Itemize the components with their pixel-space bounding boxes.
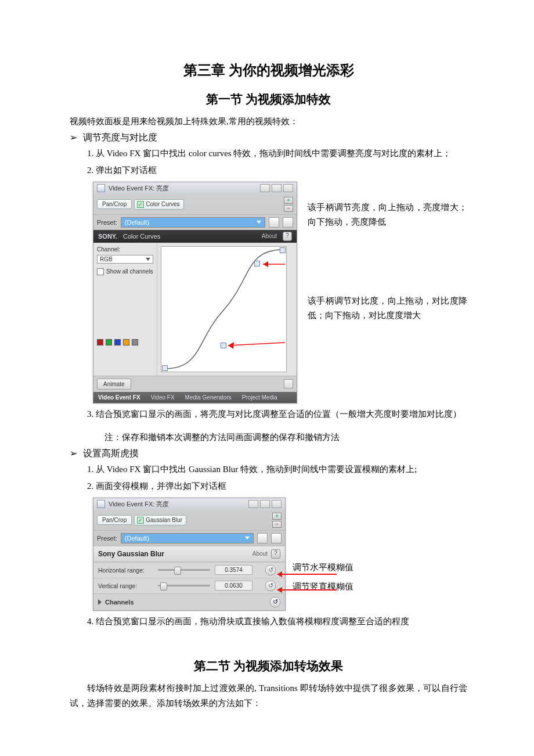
close-button[interactable] xyxy=(283,184,293,192)
preset-delete-button[interactable] xyxy=(283,217,293,228)
animate-button[interactable]: Animate xyxy=(97,379,131,390)
step-a3: 3. 结合预览窗口显示的画面，将亮度与对比度调整至合适的位置（一般增大亮度时要增… xyxy=(70,407,467,422)
chain-remove-button[interactable]: − xyxy=(284,205,293,212)
step-b4: 4. 结合预览窗口显示的画面，拖动滑块或直接输入数值将模糊程度调整至合适的程度 xyxy=(70,614,467,629)
fx-title: Sony Gaussian Blur xyxy=(98,550,164,558)
maximize-button[interactable] xyxy=(260,500,270,508)
window-icon xyxy=(97,500,105,508)
bullet-icon: ➢ xyxy=(70,132,77,144)
arrow-icon xyxy=(282,574,337,575)
swatch-blue[interactable] xyxy=(114,339,121,345)
chain-add-button[interactable]: + xyxy=(272,513,282,520)
vertical-range-row: Vertical range: 0.0630 ↺ xyxy=(93,578,285,593)
swatch-red[interactable] xyxy=(97,339,103,345)
curve-handle-end[interactable] xyxy=(280,247,286,253)
channels-reset-button[interactable]: ↺ xyxy=(270,597,280,607)
fx-name: Color Curves xyxy=(123,233,160,240)
color-curves-dialog: Video Event FX: 亮度 Pan/Crop ✓ Color Curv… xyxy=(93,182,297,404)
step-a2: 2. 弹出如下对话框 xyxy=(70,163,467,178)
preset-save-button[interactable] xyxy=(257,533,268,543)
vertical-reset-button[interactable]: ↺ xyxy=(265,581,276,591)
help-button[interactable]: ? xyxy=(283,232,292,241)
window-title: Video Event FX: 亮度 xyxy=(109,184,169,193)
curves-graph[interactable] xyxy=(161,246,287,372)
arrow-icon xyxy=(282,589,337,591)
curve-handle-contrast[interactable] xyxy=(221,343,226,348)
preset-dropdown[interactable]: (Default) xyxy=(121,533,254,543)
bullet-icon: ➢ xyxy=(70,448,77,460)
chain-gaussian[interactable]: ✓ Gaussian Blur xyxy=(134,515,186,525)
step-b1: 1. 从 Video FX 窗口中找出 Gaussian Blur 特效，拖动到… xyxy=(87,462,467,477)
window-icon xyxy=(97,184,105,192)
gaussian-blur-dialog: Video Event FX: 亮度 Pan/Crop ✓ Gaussian B… xyxy=(93,498,286,611)
section1-title: 第一节 为视频添加特效 xyxy=(70,91,467,107)
about-link[interactable]: About xyxy=(262,233,277,239)
annotation-horizontal: 调节水平模糊值 xyxy=(293,560,353,575)
section2-title: 第二节 为视频添加转场效果 xyxy=(70,658,467,674)
help-button[interactable]: ? xyxy=(271,549,280,559)
chain-add-button[interactable]: + xyxy=(284,197,293,204)
swatch-gray[interactable] xyxy=(132,339,138,345)
tab-video-event-fx[interactable]: Video Event FX xyxy=(98,394,140,401)
chevron-down-icon xyxy=(146,258,150,261)
horizontal-reset-button[interactable]: ↺ xyxy=(265,565,276,575)
annotation-brightness: 该手柄调节亮度，向上拖动，亮度增大；向下拖动，亮度降低 xyxy=(308,200,467,230)
step-b2: 2. 画面变得模糊，并弹出如下对话框 xyxy=(87,479,467,494)
tab-project-media[interactable]: Project Media xyxy=(242,394,277,401)
minimize-button[interactable] xyxy=(260,184,270,192)
window-title: Video Event FX: 亮度 xyxy=(109,500,169,509)
svg-line-2 xyxy=(228,343,285,345)
chevron-down-icon xyxy=(245,537,250,539)
vertical-value[interactable]: 0.0630 xyxy=(215,581,252,591)
channels-header[interactable]: Channels ↺ xyxy=(93,593,285,610)
curve-handle-brightness[interactable] xyxy=(254,261,260,267)
chain-pan-crop[interactable]: Pan/Crop xyxy=(97,515,132,525)
section2-intro: 转场特效是两段素材衔接时加上过渡效果的, Transitions 即转场特效中提… xyxy=(70,681,467,711)
about-link[interactable]: About xyxy=(252,550,268,557)
annotation-contrast: 该手柄调节对比度，向上拖动，对比度降低；向下拖动，对比度度增大 xyxy=(308,294,467,323)
horizontal-slider[interactable] xyxy=(158,566,210,574)
sony-logo: SONY. xyxy=(98,233,117,240)
maximize-button[interactable] xyxy=(272,184,282,192)
chevron-down-icon xyxy=(257,221,261,224)
preset-save-button[interactable] xyxy=(269,217,279,228)
preset-label: Preset: xyxy=(97,219,117,226)
step-a3-note: 注：保存和撤销本次调整的方法同画面调整的保存和撤销方法 xyxy=(104,430,467,445)
preset-dropdown[interactable]: (Default) xyxy=(121,217,265,228)
annotation-vertical: 调节竖直模糊值 xyxy=(293,579,353,595)
vertical-label: Vertical range: xyxy=(98,582,153,589)
curve-handle-origin[interactable] xyxy=(162,365,168,371)
vertical-slider[interactable] xyxy=(158,582,210,590)
step-a1: 1. 从 Video FX 窗口中找出 color curves 特效，拖动到时… xyxy=(70,146,467,161)
minimize-button[interactable] xyxy=(248,500,258,508)
tab-media-generators[interactable]: Media Generators xyxy=(185,394,232,401)
check-icon: ✓ xyxy=(137,201,144,208)
checkbox-icon xyxy=(97,268,104,275)
close-button[interactable] xyxy=(272,500,282,508)
check-icon: ✓ xyxy=(137,517,144,524)
chapter-title: 第三章 为你的视频增光添彩 xyxy=(70,61,467,80)
horizontal-value[interactable]: 0.3574 xyxy=(215,565,252,575)
restore-button[interactable] xyxy=(284,379,293,388)
horizontal-label: Horizontal range: xyxy=(98,567,153,574)
swatch-green[interactable] xyxy=(106,339,112,345)
tab-video-fx[interactable]: Video FX xyxy=(151,394,175,401)
triangle-right-icon xyxy=(98,599,102,605)
chain-remove-button[interactable]: − xyxy=(272,521,282,528)
show-all-checkbox[interactable]: Show all channels xyxy=(97,268,153,275)
svg-marker-3 xyxy=(228,342,234,349)
chain-color-curves[interactable]: ✓ Color Curves xyxy=(134,199,183,210)
bullet-brightness: 调节亮度与对比度 xyxy=(83,132,157,144)
preset-delete-button[interactable] xyxy=(271,533,282,543)
swatch-orange[interactable] xyxy=(123,339,129,345)
chain-pan-crop[interactable]: Pan/Crop xyxy=(97,199,132,209)
svg-marker-1 xyxy=(263,261,268,267)
bullet-gaussian: 设置高斯虎摸 xyxy=(83,448,139,460)
channel-dropdown[interactable]: RGB xyxy=(97,255,153,264)
horizontal-range-row: Horizontal range: 0.3574 ↺ xyxy=(93,562,285,578)
channel-label: Channel: xyxy=(97,246,153,253)
preset-label: Preset: xyxy=(97,535,117,542)
section1-intro: 视频特效面板是用来给视频加上特殊效果,常用的视频特效： xyxy=(70,114,467,129)
